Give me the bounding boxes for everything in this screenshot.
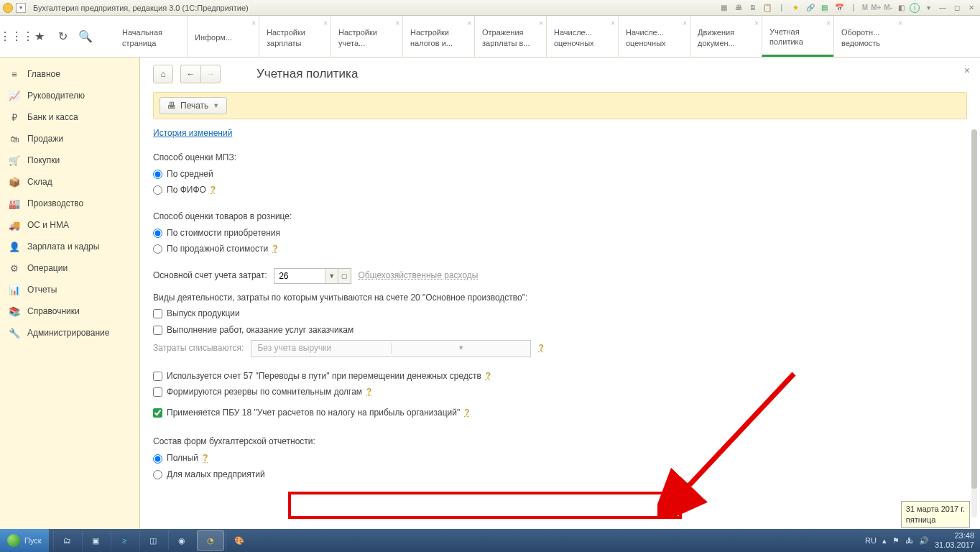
cost-account-field[interactable]: ▼ ▢ <box>274 268 351 284</box>
sidebar-item[interactable]: 📚Справочники <box>0 300 139 322</box>
document-tab[interactable]: ×Настройкизарплаты <box>259 16 330 57</box>
sidebar-item[interactable]: ₽Банк и касса <box>0 106 139 128</box>
info-icon[interactable]: i <box>910 3 920 13</box>
help-icon[interactable]: ? <box>464 406 469 420</box>
clipboard-icon[interactable]: 📋 <box>762 3 773 13</box>
document-tab[interactable]: ×Начисле...оценочных <box>546 16 618 57</box>
output-products-checkbox[interactable] <box>153 309 162 318</box>
tab-close-icon[interactable]: × <box>683 19 687 28</box>
home-button[interactable]: ⌂ <box>153 65 173 83</box>
tab-close-icon[interactable]: × <box>826 19 831 28</box>
document-tab[interactable]: ×Движениядокумен... <box>690 16 762 57</box>
explorer-task-icon[interactable]: 🗂 <box>53 530 80 551</box>
dropdown-button[interactable]: ▼ <box>325 269 338 283</box>
print-icon[interactable]: 🖶 <box>733 3 744 13</box>
help-icon[interactable]: ? <box>486 369 491 383</box>
memory-m[interactable]: М <box>862 4 868 12</box>
vertical-scrollbar[interactable] <box>971 129 977 518</box>
back-button[interactable]: ← <box>180 65 200 83</box>
mpz-average-radio[interactable] <box>153 170 162 179</box>
account57-checkbox[interactable] <box>153 372 162 381</box>
tab-close-icon[interactable]: × <box>898 19 902 28</box>
1c-task-icon[interactable]: ◔ <box>197 530 224 551</box>
document-tab[interactable]: ×Начисле...оценочных <box>618 16 690 57</box>
tab-close-icon[interactable]: × <box>323 19 328 28</box>
sidebar-item[interactable]: 🛍Продажи <box>0 128 139 150</box>
search-icon[interactable]: 🔍 <box>79 30 92 43</box>
sidebar-item[interactable]: 🔧Администрирование <box>0 322 139 344</box>
history-link[interactable]: История изменений <box>153 128 232 138</box>
help-icon[interactable]: ? <box>538 341 543 355</box>
star-icon[interactable]: ★ <box>790 3 802 13</box>
tab-close-icon[interactable]: × <box>467 19 471 28</box>
help-icon[interactable]: ? <box>272 242 277 256</box>
paint-task-icon[interactable]: 🎨 <box>226 530 253 551</box>
console-task-icon[interactable]: ▣ <box>82 530 109 551</box>
document-tab[interactable]: ×Оборотн...ведомость <box>833 16 905 57</box>
calendar-icon[interactable]: 📅 <box>833 3 845 13</box>
reports-full-radio[interactable] <box>153 454 162 464</box>
document-tab[interactable]: ×Отражениязарплаты в... <box>474 16 546 57</box>
help-icon[interactable]: ? <box>203 451 208 465</box>
services-checkbox[interactable] <box>153 326 162 335</box>
dropdown-icon[interactable]: ▾ <box>923 3 934 13</box>
help-icon[interactable]: ? <box>211 183 216 197</box>
memory-mminus[interactable]: М- <box>884 4 892 12</box>
taskbar-clock[interactable]: 23:48 31.03.2017 <box>935 531 974 550</box>
reports-small-radio[interactable] <box>153 470 162 479</box>
tray-chevron-icon[interactable]: ▴ <box>882 536 887 546</box>
vbox-task-icon[interactable]: ◫ <box>139 530 167 551</box>
scrollbar-thumb[interactable] <box>971 129 977 489</box>
sidebar-item[interactable]: ≡Главное <box>0 63 139 85</box>
document-tab[interactable]: ×Настройкиналогов и... <box>402 16 474 57</box>
help-icon[interactable]: ? <box>366 385 371 399</box>
link-icon[interactable]: 🔗 <box>805 3 816 13</box>
sidebar-item[interactable]: 🏭Производство <box>0 193 139 214</box>
close-page-button[interactable]: × <box>964 65 970 76</box>
history-icon[interactable]: ↻ <box>56 30 69 43</box>
print-button[interactable]: 🖶 Печать ▼ <box>160 97 227 114</box>
favorite-icon[interactable]: ★ <box>33 30 46 43</box>
cost-account-input[interactable] <box>274 269 325 283</box>
open-button[interactable]: ▢ <box>338 269 351 283</box>
tab-close-icon[interactable]: × <box>395 19 399 28</box>
apps-icon[interactable]: ⋮⋮⋮ <box>10 30 23 43</box>
tab-close-icon[interactable]: × <box>754 19 759 28</box>
tray-flag-icon[interactable]: ⚑ <box>892 536 900 546</box>
sidebar-item[interactable]: 📊Отчеты <box>0 279 139 300</box>
memory-mplus[interactable]: М+ <box>871 4 881 12</box>
sidebar-item[interactable]: 👤Зарплата и кадры <box>0 236 139 257</box>
start-button[interactable]: Пуск <box>0 529 49 552</box>
pbu18-checkbox[interactable] <box>153 408 162 418</box>
powershell-task-icon[interactable]: ≥ <box>111 530 138 551</box>
tab-close-icon[interactable]: × <box>539 19 543 28</box>
calc-icon[interactable]: ▤ <box>819 3 831 13</box>
doc-icon[interactable]: 🗎 <box>747 3 759 13</box>
sidebar-item[interactable]: 🚚ОС и НМА <box>0 214 139 236</box>
toolbar-icon[interactable]: ▦ <box>718 3 730 13</box>
tray-network-icon[interactable]: 🖧 <box>905 536 913 545</box>
reserves-checkbox[interactable] <box>153 387 162 397</box>
sidebar-item[interactable]: 📈Руководителю <box>0 85 139 106</box>
language-indicator[interactable]: RU <box>865 536 877 545</box>
tray-volume-icon[interactable]: 🔊 <box>919 536 929 546</box>
document-tab[interactable]: Начальнаястраница <box>115 16 187 57</box>
tab-close-icon[interactable]: × <box>251 19 256 28</box>
minimize-button[interactable]: — <box>937 3 948 13</box>
app-menu-dropdown[interactable]: ▾ <box>16 3 26 13</box>
chrome-task-icon[interactable]: ◉ <box>168 530 195 551</box>
retail-cost-radio[interactable] <box>153 229 162 238</box>
sidebar-item[interactable]: 🛒Покупки <box>0 150 139 171</box>
document-tab[interactable]: ×Учетнаяполитика <box>762 16 833 57</box>
sidebar-item[interactable]: ⚙Операции <box>0 257 139 279</box>
document-tab[interactable]: ×Настройкиучета... <box>330 16 402 57</box>
mpz-fifo-radio[interactable] <box>153 185 162 195</box>
forward-button[interactable]: → <box>200 65 221 83</box>
document-tab[interactable]: ×Информ... <box>187 16 259 57</box>
close-button[interactable]: ✕ <box>966 3 977 13</box>
tab-close-icon[interactable]: × <box>611 19 615 28</box>
maximize-button[interactable]: ◻ <box>951 3 963 13</box>
retail-sale-radio[interactable] <box>153 244 162 254</box>
sidebar-item[interactable]: 📦Склад <box>0 171 139 193</box>
panel-icon[interactable]: ◧ <box>895 3 907 13</box>
